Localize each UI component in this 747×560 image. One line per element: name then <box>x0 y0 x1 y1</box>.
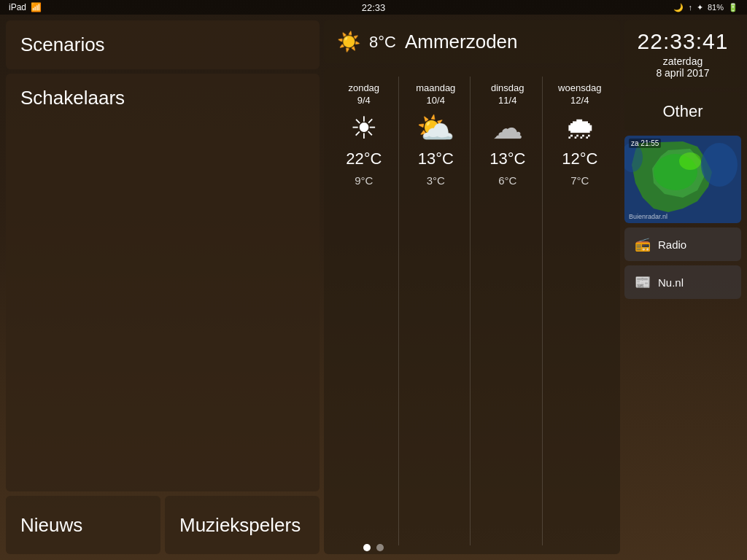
current-temp: 8°C <box>369 33 396 52</box>
right-panel: 22:33:41 zaterdag 8 april 2017 Other <box>624 20 741 554</box>
wifi-icon: 📶 <box>31 2 42 12</box>
clock-time: 22:33:41 <box>635 29 731 54</box>
forecast-day-name-3: woensdag 12/4 <box>558 82 601 107</box>
forecast-day-0: zondag 9/4 ☀ 22°C 9°C <box>330 77 399 545</box>
nunl-icon: 📰 <box>635 274 651 290</box>
nunl-button[interactable]: 📰 Nu.nl <box>624 265 741 299</box>
forecast-lo-0: 9°C <box>355 174 373 187</box>
forecast-icon-2: ☁ <box>492 113 523 144</box>
schakelaars-button[interactable]: Schakelaars <box>6 74 320 491</box>
other-label: Other <box>624 92 741 131</box>
page-dot-2[interactable] <box>376 544 384 551</box>
radio-icon: 📻 <box>635 236 651 252</box>
forecast-icon-3: 🌧 <box>565 113 595 144</box>
forecast-day-1: maandag 10/4 ⛅ 13°C 3°C <box>402 77 471 545</box>
moon-icon: 🌙 <box>673 3 684 12</box>
muziekspelers-button[interactable]: Muziekspelers <box>165 496 320 554</box>
nieuws-button[interactable]: Nieuws <box>6 496 160 554</box>
forecast-lo-1: 3°C <box>427 174 445 187</box>
svg-point-3 <box>701 143 738 187</box>
location-icon: ↑ <box>688 3 692 12</box>
status-bar: iPad 📶 22:33 🌙 ↑ ✦ 81% 🔋 <box>0 0 747 15</box>
weather-current: ☀️ 8°C Ammerzoden <box>324 20 620 63</box>
clock-widget: 22:33:41 zaterdag 8 april 2017 <box>624 20 741 88</box>
forecast-day-name-0: zondag 9/4 <box>348 82 379 107</box>
radio-button[interactable]: 📻 Radio <box>624 228 741 261</box>
forecast-hi-2: 13°C <box>489 149 525 168</box>
clock-date: 8 april 2017 <box>635 67 731 79</box>
weather-panel: ☀️ 8°C Ammerzoden zondag 9/4 ☀ 22°C 9°C … <box>324 20 620 554</box>
page-dot-1[interactable] <box>363 544 371 551</box>
battery-label: 81% <box>708 3 724 12</box>
radar-credit: Buienradar.nl <box>629 213 667 220</box>
forecast-day-name-1: maandag 10/4 <box>416 82 455 107</box>
status-time: 22:33 <box>362 2 386 13</box>
scenarios-button[interactable]: Scenarios <box>6 20 320 69</box>
device-label: iPad <box>9 2 26 12</box>
radar-widget: za 21:55 Buienradar.nl <box>624 136 741 223</box>
bluetooth-icon: ✦ <box>697 3 703 12</box>
forecast-hi-1: 13°C <box>418 149 454 168</box>
forecast-icon-0: ☀ <box>350 113 378 144</box>
forecast-lo-3: 7°C <box>570 174 589 187</box>
forecast-day-3: woensdag 12/4 🌧 12°C 7°C <box>546 77 615 545</box>
sun-icon: ☀️ <box>337 31 360 53</box>
weather-city: Ammerzoden <box>405 31 518 53</box>
forecast-lo-2: 6°C <box>498 174 516 187</box>
svg-point-6 <box>679 152 701 170</box>
clock-day: zaterdag <box>635 55 731 67</box>
radio-label: Radio <box>658 238 686 251</box>
forecast-day-2: dinsdag 11/4 ☁ 13°C 6°C <box>473 77 543 545</box>
forecast-hi-3: 12°C <box>562 149 597 168</box>
forecast-icon-1: ⛅ <box>417 113 454 144</box>
battery-icon: 🔋 <box>728 3 738 12</box>
left-navigation: Scenarios Schakelaars Nieuws Muziekspele… <box>6 20 320 554</box>
weather-forecast: zondag 9/4 ☀ 22°C 9°C maandag 10/4 ⛅ 13°… <box>324 68 620 554</box>
radar-time-label: za 21:55 <box>629 139 661 148</box>
forecast-day-name-2: dinsdag 11/4 <box>491 82 525 107</box>
nunl-label: Nu.nl <box>658 276 684 289</box>
forecast-hi-0: 22°C <box>346 149 382 168</box>
page-indicators <box>363 544 384 551</box>
